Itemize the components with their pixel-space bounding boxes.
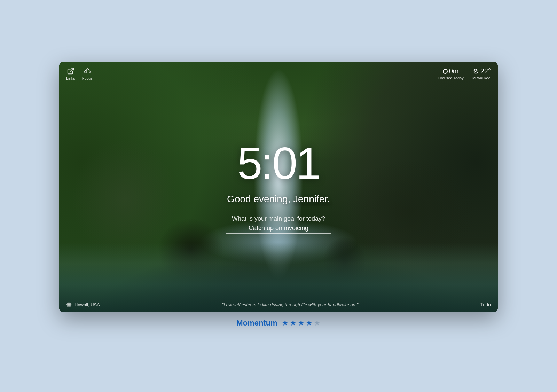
greeting-text: Good evening, Jennifer.	[227, 194, 330, 205]
top-bar: Links Focus	[59, 62, 498, 86]
external-link-icon	[67, 67, 74, 75]
star-3: ★	[298, 319, 305, 328]
top-right-controls: 0m Focused Today 22°	[438, 67, 491, 80]
star-5: ★	[314, 319, 321, 328]
quote-text: "Low self esteem is like driving through…	[222, 302, 359, 307]
cloud-sun-icon	[472, 69, 479, 74]
todo-button[interactable]: Todo	[480, 302, 491, 307]
temperature-value: 22°	[472, 67, 491, 75]
location-text: Hawaii, USA	[74, 302, 100, 307]
goal-answer[interactable]: Catch up on invoicing	[226, 225, 331, 234]
svg-line-0	[70, 68, 73, 72]
star-rating: ★★★★★	[282, 319, 321, 328]
goal-section: What is your main goal for today? Catch …	[226, 215, 331, 234]
location-info[interactable]: Hawaii, USA	[66, 302, 100, 307]
weather-widget[interactable]: 22° Milwaukee	[472, 67, 491, 80]
settings-gear-icon	[66, 302, 72, 307]
browser-window: Links Focus	[59, 62, 498, 312]
app-name: Momentum	[236, 319, 277, 328]
links-label: Links	[66, 76, 75, 80]
focused-today-label: Focused Today	[438, 76, 463, 80]
focus-button[interactable]: Focus	[82, 67, 93, 80]
top-left-controls: Links Focus	[66, 67, 93, 80]
timer-circle-icon	[443, 69, 448, 74]
bottom-bar: Hawaii, USA "Low self esteem is like dri…	[59, 297, 498, 312]
focus-widget[interactable]: 0m Focused Today	[438, 67, 463, 80]
app-footer: Momentum ★★★★★	[236, 312, 320, 330]
clock-display: 5:01	[237, 141, 320, 186]
star-1: ★	[282, 319, 289, 328]
goal-question: What is your main goal for today?	[232, 215, 325, 222]
center-content: 5:01 Good evening, Jennifer. What is you…	[226, 141, 331, 234]
main-area: Links Focus	[59, 62, 498, 312]
city-label: Milwaukee	[472, 76, 491, 80]
user-name: Jennifer.	[293, 194, 330, 204]
brain-icon	[84, 67, 91, 75]
star-4: ★	[306, 319, 313, 328]
focus-label: Focus	[82, 76, 93, 80]
star-2: ★	[290, 319, 297, 328]
focus-time: 0m	[443, 67, 459, 75]
links-button[interactable]: Links	[66, 67, 75, 80]
